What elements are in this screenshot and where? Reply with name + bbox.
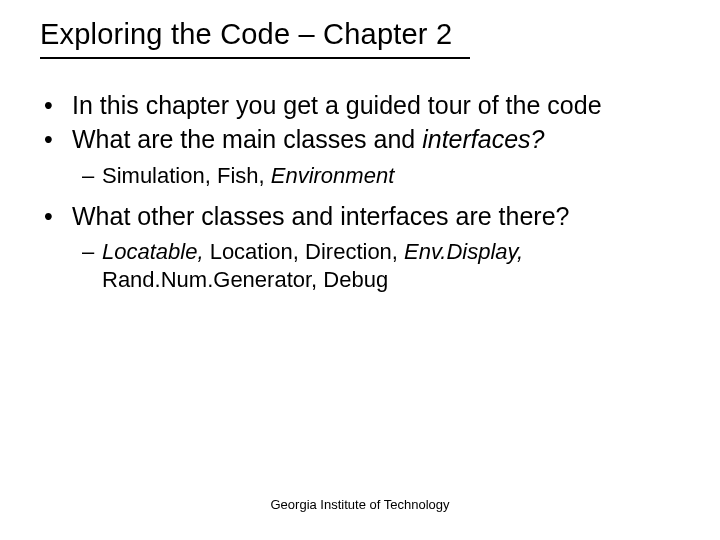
sub-bullet-text-part: Simulation, Fish, [102, 163, 271, 188]
bullet-dash-icon: – [82, 162, 102, 190]
bullet-dot-icon: • [40, 90, 72, 121]
slide: Exploring the Code – Chapter 2 • In this… [0, 0, 720, 540]
sub-bullet-item: – Simulation, Fish, Environment [82, 162, 680, 190]
bullet-text-part: What are the main classes and [72, 125, 422, 153]
sub-bullet-item: – Locatable, Location, Direction, Env.Di… [82, 238, 680, 293]
bullet-dash-icon: – [82, 238, 102, 293]
bullet-text-emph: interfaces? [422, 125, 544, 153]
bullet-item: • In this chapter you get a guided tour … [40, 90, 680, 121]
slide-content: • In this chapter you get a guided tour … [40, 90, 680, 305]
bullet-text: In this chapter you get a guided tour of… [72, 90, 680, 121]
bullet-text: What are the main classes and interfaces… [72, 124, 680, 155]
sub-bullet-text: Locatable, Location, Direction, Env.Disp… [102, 238, 680, 293]
sub-bullet-text-part: Rand.Num.Generator, Debug [102, 267, 388, 292]
bullet-dot-icon: • [40, 124, 72, 155]
sub-bullet-text-emph: Locatable, [102, 239, 204, 264]
bullet-item: • What are the main classes and interfac… [40, 124, 680, 155]
bullet-text: What other classes and interfaces are th… [72, 201, 680, 232]
slide-title: Exploring the Code – Chapter 2 [40, 18, 470, 59]
sub-bullet-text-emph: Environment [271, 163, 395, 188]
bullet-item: • What other classes and interfaces are … [40, 201, 680, 232]
sub-bullet-text: Simulation, Fish, Environment [102, 162, 680, 190]
bullet-dot-icon: • [40, 201, 72, 232]
sub-bullet-text-part: Location, Direction, [204, 239, 405, 264]
slide-footer: Georgia Institute of Technology [0, 497, 720, 512]
sub-bullet-text-emph: Env.Display, [404, 239, 523, 264]
